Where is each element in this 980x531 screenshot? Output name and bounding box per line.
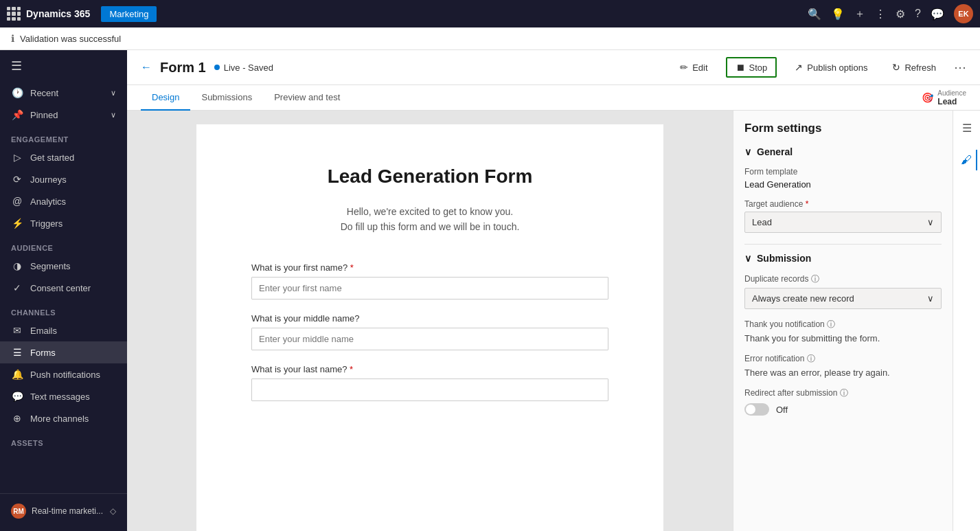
header-actions: ✏ Edit ⏹ Stop ↗ Publish options ↻ Refres… [673,57,966,78]
info-icon-redirect[interactable]: ⓘ [840,388,848,398]
diamond-icon: ◇ [110,506,116,516]
info-icon: ℹ [11,33,14,44]
add-icon[interactable]: ＋ [854,7,865,21]
duplicate-records-dropdown[interactable]: Always create new record ∨ [744,288,942,309]
analytics-icon: @ [11,196,23,207]
form-template-value: Lead Generation [744,179,942,190]
sidebar-item-journeys[interactable]: ⟳ Journeys [0,168,127,190]
edit-button[interactable]: ✏ Edit [673,58,714,77]
top-nav: Dynamics 365 Marketing 🔍 💡 ＋ ⋮ ⚙ ? 💬 EK [0,0,980,27]
stop-icon: ⏹ [736,62,745,73]
sidebar-forms-label: Forms [30,348,56,358]
sidebar-item-emails[interactable]: ✉ Emails [0,319,127,341]
channels-group-label: Channels [0,299,127,319]
settings-submission-header[interactable]: ∨ Submission [744,253,942,264]
info-icon-thankyou[interactable]: ⓘ [827,319,835,329]
audience-icon: 🎯 [922,92,933,103]
subtitle-line1: Hello, we're excited to get to know you. [251,204,608,219]
settings-panel: Form settings ∨ General Form template Le… [733,111,980,531]
top-nav-icons: 🔍 💡 ＋ ⋮ ⚙ ? 💬 EK [808,4,973,23]
filter-icon[interactable]: ⋮ [875,8,886,21]
redirect-toggle[interactable] [744,403,769,416]
thank-you-notification-field: Thank you notification ⓘ Thank you for s… [744,319,942,343]
sidebar-item-segments[interactable]: ◑ Segments [0,255,127,277]
refresh-button[interactable]: ↻ Refresh [885,58,943,77]
live-badge: Live - Saved [214,63,273,73]
brush-icon[interactable]: 🖌 [957,150,977,170]
engagement-group-label: Engagement [0,126,127,146]
sidebar-account-label: Real-time marketi... [32,506,103,516]
settings-general-section: ∨ General Form template Lead Generation … [744,146,942,233]
sidebar-item-get-started[interactable]: ▷ Get started [0,146,127,168]
field-last-name: What is your last name? * [251,364,608,401]
sidebar-item-text-messages[interactable]: 💬 Text messages [0,385,127,407]
publish-label: Publish options [807,63,867,73]
redirect-toggle-wrap: Off [744,403,942,416]
stop-button[interactable]: ⏹ Stop [726,57,777,78]
refresh-label: Refresh [904,63,936,73]
push-icon: 🔔 [11,369,23,380]
settings-submission-section: ∨ Submission Duplicate records ⓘ Always … [744,253,942,416]
sidebar-toggle[interactable]: ☰ [0,50,127,82]
tab-submissions[interactable]: Submissions [190,85,263,111]
tab-design[interactable]: Design [141,85,190,111]
sidebar-item-recent[interactable]: 🕐 Recent ∨ [0,82,127,104]
stop-label: Stop [749,63,768,73]
user-avatar[interactable]: EK [954,4,973,23]
info-icon-error[interactable]: ⓘ [807,354,815,363]
more-channels-icon: ⊕ [11,413,23,424]
publish-options-button[interactable]: ↗ Publish options [788,58,874,77]
tab-preview-and-test[interactable]: Preview and test [263,85,351,111]
sidebar-more-channels-label: More channels [30,414,89,424]
help-icon[interactable]: ? [915,8,921,20]
sidebar-item-more-channels[interactable]: ⊕ More channels [0,407,127,429]
chevron-submission: ∨ [744,253,751,264]
sidebar-text-label: Text messages [30,392,90,402]
back-button[interactable]: ← [141,61,152,74]
sidebar-item-consent-center[interactable]: ✓ Consent center [0,277,127,299]
clock-icon: 🕐 [11,87,23,98]
sidebar-item-forms[interactable]: ☰ Forms [0,341,127,363]
form-template-field: Form template Lead Generation [744,167,942,190]
form-canvas[interactable]: Lead Generation Form Hello, we're excite… [127,111,733,531]
error-notification-label: Error notification ⓘ [744,353,942,365]
properties-icon[interactable]: ☰ [958,117,976,139]
content-area: ← Form 1 Live - Saved ✏ Edit ⏹ Stop ↗ Pu… [127,50,980,531]
settings-icon[interactable]: ⚙ [896,8,905,21]
chat-icon[interactable]: 💬 [931,8,944,21]
validation-banner: ℹ Validation was successful [0,27,980,50]
settings-main: Form settings ∨ General Form template Le… [733,111,953,531]
audience-info: 🎯 Audience Lead [922,89,966,106]
last-name-input[interactable] [251,379,608,401]
middle-name-input[interactable] [251,328,608,350]
edit-icon: ✏ [680,62,688,73]
lightbulb-icon[interactable]: 💡 [831,8,845,21]
form-template-label: Form template [744,167,942,177]
sidebar-item-analytics[interactable]: @ Analytics [0,190,127,212]
app-grid-icon[interactable] [7,7,21,21]
publish-icon: ↗ [795,62,803,73]
sidebar-bottom-account[interactable]: RM Real-time marketi... ◇ [11,499,116,523]
audience-label: Audience [937,89,966,97]
pin-icon: 📌 [11,109,23,120]
sidebar-item-triggers[interactable]: ⚡ Triggers [0,212,127,234]
sidebar-consent-label: Consent center [30,283,91,293]
search-icon[interactable]: 🔍 [808,8,821,21]
form-title: Form 1 [160,60,206,76]
more-options-button[interactable]: ⋯ [954,60,966,75]
target-audience-dropdown[interactable]: Lead ∨ [744,212,942,233]
dropdown-chevron-2: ∨ [927,293,934,304]
settings-general-header[interactable]: ∨ General [744,146,942,157]
duplicate-records-label: Duplicate records ⓘ [744,273,942,285]
sidebar-item-push-notifications[interactable]: 🔔 Push notifications [0,363,127,385]
info-icon-duplicate[interactable]: ⓘ [811,274,819,284]
dropdown-chevron: ∨ [927,217,934,227]
audience-group-label: Audience [0,234,127,255]
first-name-input[interactable] [251,277,608,300]
live-status: Live - Saved [224,63,273,73]
duplicate-records-field: Duplicate records ⓘ Always create new re… [744,273,942,309]
error-notification-field: Error notification ⓘ There was an error,… [744,353,942,378]
sidebar-item-pinned[interactable]: 📌 Pinned ∨ [0,104,127,126]
text-icon: 💬 [11,391,23,402]
target-audience-field: Target audience * Lead ∨ [744,199,942,233]
